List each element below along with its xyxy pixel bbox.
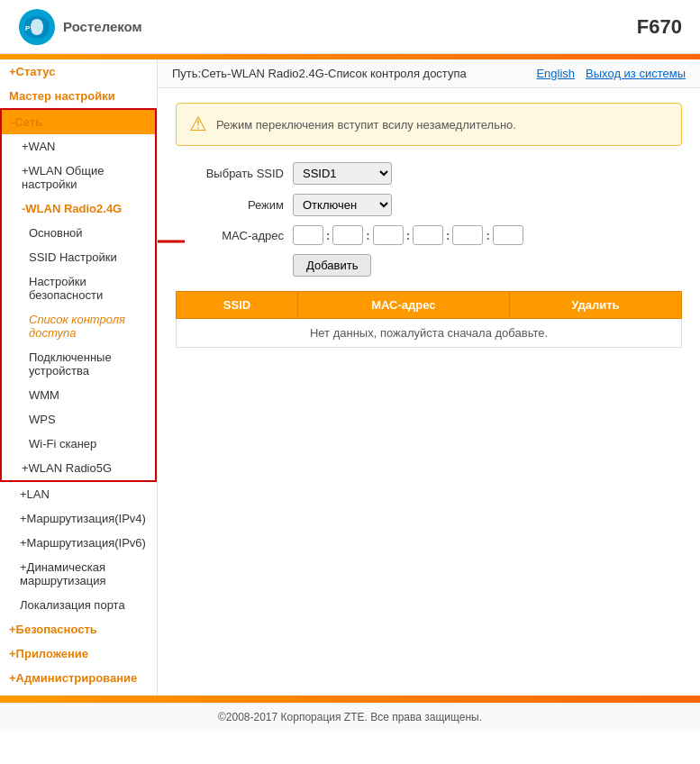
- mac-octet-5[interactable]: [452, 225, 483, 245]
- sidebar-item-routing-ipv6[interactable]: +Маршрутизация(IPv6): [0, 531, 157, 555]
- sidebar-item-master[interactable]: Мастер настройки: [0, 84, 157, 108]
- sidebar-item-net[interactable]: -Сеть: [2, 110, 155, 134]
- warning-box: ⚠ Режим переключения вступит всилу незам…: [176, 103, 682, 146]
- sidebar-item-wlan-radio5g[interactable]: +WLAN Radio5G: [2, 456, 155, 480]
- model-name: F670: [637, 15, 682, 39]
- content-body: ⚠ Режим переключения вступит всилу незам…: [158, 88, 700, 362]
- sidebar: +Статус Мастер настройки -Сеть +WAN +WLA…: [0, 59, 158, 696]
- logout-link[interactable]: Выход из системы: [586, 67, 686, 80]
- sidebar-item-basic[interactable]: Основной: [2, 221, 155, 245]
- sidebar-item-wifi-scanner[interactable]: Wi-Fi сканер: [2, 432, 155, 456]
- sidebar-item-wlan-radio[interactable]: -WLAN Radio2.4G: [2, 196, 155, 221]
- breadcrumb-text: Путь:Сеть-WLAN Radio2.4G-Список контроля…: [172, 67, 467, 80]
- breadcrumb-bar: Путь:Сеть-WLAN Radio2.4G-Список контроля…: [158, 59, 700, 88]
- ssid-label: Выбрать SSID: [176, 167, 293, 180]
- footer-text: ©2008-2017 Корпорация ZTE. Все права защ…: [0, 703, 700, 731]
- sidebar-item-wmm[interactable]: WMM: [2, 383, 155, 407]
- sidebar-net-section: -Сеть +WAN +WLAN Общие настройки -WLAN R…: [0, 108, 157, 482]
- form-section: Выбрать SSID SSID1 SSID2 SSID3 SSID4 Реж…: [176, 162, 682, 277]
- footer-orange-bar: [0, 696, 700, 703]
- svg-text:Р: Р: [25, 24, 31, 32]
- sidebar-item-administration[interactable]: +Администрирование: [0, 666, 157, 690]
- warning-icon: ⚠: [189, 113, 207, 136]
- mode-label: Режим: [176, 198, 293, 212]
- mac-row: МАС-адрес : : : : :: [176, 225, 682, 245]
- col-header-mac: МАС-адрес: [297, 292, 509, 319]
- table-empty-message: Нет данных, пожалуйста сначала добавьте.: [177, 319, 682, 348]
- mac-sep-3: :: [406, 229, 410, 242]
- sidebar-item-status[interactable]: +Статус: [0, 59, 157, 84]
- mac-octet-6[interactable]: [493, 225, 523, 245]
- sidebar-item-dynamic-routing[interactable]: +Динамическая маршрутизация: [0, 555, 157, 593]
- add-button[interactable]: Добавить: [293, 254, 371, 277]
- mac-octet-1[interactable]: [293, 225, 323, 245]
- col-header-delete: Удалить: [509, 292, 681, 319]
- mac-octet-4[interactable]: [413, 225, 443, 245]
- mac-octet-2[interactable]: [332, 225, 363, 245]
- sidebar-item-access-list[interactable]: Список контроля доступа: [2, 307, 155, 345]
- logo-icon: Р: [18, 8, 56, 46]
- mac-octet-3[interactable]: [373, 225, 404, 245]
- table-header-row: SSID МАС-адрес Удалить: [177, 292, 682, 319]
- language-link[interactable]: English: [536, 67, 575, 80]
- main-layout: +Статус Мастер настройки -Сеть +WAN +WLA…: [0, 59, 700, 696]
- add-row: Добавить: [176, 254, 682, 277]
- ssid-select[interactable]: SSID1 SSID2 SSID3 SSID4: [293, 162, 392, 185]
- sidebar-item-wan[interactable]: +WAN: [2, 134, 155, 159]
- breadcrumb-links: English Выход из системы: [536, 67, 686, 80]
- sidebar-item-port-localization[interactable]: Локализация порта: [0, 593, 157, 617]
- sidebar-item-wlan-general[interactable]: +WLAN Общие настройки: [2, 159, 155, 196]
- mac-sep-1: :: [326, 229, 330, 242]
- header: Р Ростелеком F670: [0, 0, 700, 54]
- sidebar-item-applications[interactable]: +Приложение: [0, 641, 157, 666]
- mac-sep-5: :: [486, 229, 489, 242]
- mac-sep-2: :: [366, 229, 369, 242]
- mac-label: МАС-адрес: [176, 229, 293, 242]
- sidebar-item-security[interactable]: +Безопасность: [0, 617, 157, 641]
- col-header-ssid: SSID: [177, 292, 298, 319]
- sidebar-item-ssid-settings[interactable]: SSID Настройки: [2, 245, 155, 269]
- table-empty-row: Нет данных, пожалуйста сначала добавьте.: [177, 319, 682, 348]
- mode-row: Режим Отключен Включен: [176, 194, 682, 216]
- sidebar-item-routing-ipv4[interactable]: +Маршрутизация(IPv4): [0, 506, 157, 531]
- logo-area: Р Ростелеком: [18, 8, 142, 46]
- mode-select[interactable]: Отключен Включен: [293, 194, 392, 216]
- warning-text: Режим переключения вступит всилу незамед…: [216, 118, 516, 132]
- sidebar-item-help[interactable]: +Помощь: [0, 690, 157, 696]
- table-section: SSID МАС-адрес Удалить Нет данных, пожал…: [176, 291, 682, 348]
- mac-sep-4: :: [446, 229, 450, 242]
- content-area: Путь:Сеть-WLAN Radio2.4G-Список контроля…: [158, 59, 700, 696]
- ssid-row: Выбрать SSID SSID1 SSID2 SSID3 SSID4: [176, 162, 682, 185]
- mac-inputs: : : : : :: [293, 225, 523, 245]
- sidebar-item-security-settings[interactable]: Настройки безопасности: [2, 269, 155, 307]
- sidebar-item-connected-devices[interactable]: Подключенные устройства: [2, 345, 155, 383]
- data-table: SSID МАС-адрес Удалить Нет данных, пожал…: [176, 291, 682, 348]
- sidebar-item-lan[interactable]: +LAN: [0, 482, 157, 506]
- sidebar-item-wps[interactable]: WPS: [2, 407, 155, 432]
- logo-text: Ростелеком: [63, 19, 142, 34]
